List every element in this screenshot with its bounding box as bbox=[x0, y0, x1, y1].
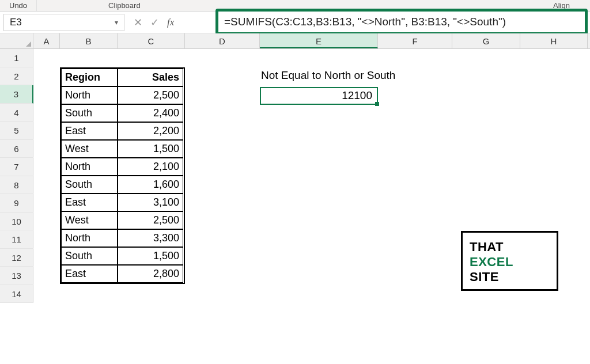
table-row: East3,100 bbox=[61, 194, 184, 211]
table-row: West2,500 bbox=[61, 211, 184, 229]
formula-bar-input[interactable] bbox=[224, 16, 579, 28]
column-headers: ABCDEFGH bbox=[0, 33, 590, 49]
col-header-f[interactable]: F bbox=[378, 33, 452, 48]
cells-area[interactable]: Region Sales North2,500South2,400East2,2… bbox=[33, 49, 590, 303]
cell-region: South bbox=[61, 176, 118, 194]
row-header-1[interactable]: 1 bbox=[0, 49, 33, 67]
row-header-2[interactable]: 2 bbox=[0, 67, 33, 86]
table-row: North3,300 bbox=[61, 229, 184, 247]
row-header-14[interactable]: 14 bbox=[0, 285, 33, 304]
cell-region: South bbox=[61, 104, 118, 122]
row-header-3[interactable]: 3 bbox=[0, 85, 33, 104]
table-row: West1,500 bbox=[61, 140, 184, 158]
cell-region: East bbox=[61, 265, 118, 283]
col-header-h[interactable]: H bbox=[520, 33, 588, 48]
col-header-c[interactable]: C bbox=[118, 33, 185, 48]
watermark-line1: THAT bbox=[470, 240, 550, 255]
workbook: Undo Clipboard Align E3 ▾ ✕ ✓ fx ABCDEFG… bbox=[0, 0, 590, 364]
watermark-logo: THAT EXCEL SITE bbox=[461, 231, 558, 291]
formula-bar-highlight bbox=[215, 9, 588, 35]
cell-region: North bbox=[61, 158, 118, 176]
cell-sales: 2,500 bbox=[118, 211, 183, 229]
chevron-down-icon[interactable]: ▾ bbox=[115, 18, 118, 26]
cell-sales: 1,600 bbox=[118, 176, 183, 194]
row-header-13[interactable]: 13 bbox=[0, 267, 33, 285]
col-header-d[interactable]: D bbox=[185, 33, 260, 48]
cell-region: North bbox=[61, 86, 118, 104]
data-table: Region Sales North2,500South2,400East2,2… bbox=[60, 67, 185, 284]
active-cell-value: 12100 bbox=[342, 89, 372, 102]
fx-icon[interactable]: fx bbox=[167, 17, 174, 28]
select-all-corner[interactable] bbox=[0, 33, 33, 48]
row-headers: 1234567891011121314 bbox=[0, 49, 33, 303]
header-sales: Sales bbox=[118, 69, 183, 86]
cell-sales: 2,800 bbox=[118, 265, 183, 283]
table-row: East2,800 bbox=[61, 265, 184, 283]
label-not-equal: Not Equal to North or South bbox=[261, 69, 395, 82]
cell-sales: 1,500 bbox=[118, 140, 183, 158]
cell-region: East bbox=[61, 122, 118, 140]
row-header-11[interactable]: 11 bbox=[0, 230, 33, 249]
cell-region: North bbox=[61, 229, 118, 247]
cell-sales: 2,100 bbox=[118, 158, 183, 176]
cell-region: South bbox=[61, 247, 118, 265]
table-row: North2,100 bbox=[61, 158, 184, 176]
cell-region: West bbox=[61, 211, 118, 229]
ribbon-clipboard-label: Clipboard bbox=[108, 0, 141, 12]
cell-sales: 1,500 bbox=[118, 247, 183, 265]
row-header-10[interactable]: 10 bbox=[0, 213, 33, 231]
row-header-8[interactable]: 8 bbox=[0, 176, 33, 195]
cell-sales: 2,400 bbox=[118, 104, 183, 122]
formula-bar-controls: ✕ ✓ fx bbox=[124, 16, 183, 29]
watermark-line2: EXCEL bbox=[470, 255, 550, 270]
table-row: South1,600 bbox=[61, 176, 184, 194]
col-header-b[interactable]: B bbox=[60, 33, 118, 48]
table-header-row: Region Sales bbox=[61, 69, 184, 86]
row-header-12[interactable]: 12 bbox=[0, 249, 33, 267]
table-row: South2,400 bbox=[61, 104, 184, 122]
header-region: Region bbox=[61, 69, 118, 86]
cell-region: East bbox=[61, 194, 118, 211]
row-header-6[interactable]: 6 bbox=[0, 140, 33, 158]
cell-sales: 3,300 bbox=[118, 229, 183, 247]
cell-sales: 2,500 bbox=[118, 86, 183, 104]
row-header-4[interactable]: 4 bbox=[0, 104, 33, 122]
grid-area: ABCDEFGH 1234567891011121314 Region Sale… bbox=[0, 33, 590, 364]
col-header-g[interactable]: G bbox=[452, 33, 520, 48]
name-box-value: E3 bbox=[10, 17, 22, 28]
cell-sales: 2,200 bbox=[118, 122, 183, 140]
row-header-7[interactable]: 7 bbox=[0, 158, 33, 176]
undo-button[interactable]: Undo bbox=[0, 0, 37, 11]
table-row: South1,500 bbox=[61, 247, 184, 265]
table-row: North2,500 bbox=[61, 86, 184, 104]
watermark-line3: SITE bbox=[470, 270, 550, 285]
cell-sales: 3,100 bbox=[118, 194, 183, 211]
confirm-icon[interactable]: ✓ bbox=[150, 16, 159, 29]
col-header-e[interactable]: E bbox=[260, 33, 378, 48]
cancel-icon[interactable]: ✕ bbox=[134, 16, 142, 29]
formula-bar-row: E3 ▾ ✕ ✓ fx bbox=[0, 12, 590, 33]
rows-area: 1234567891011121314 Region Sales North2,… bbox=[0, 49, 590, 303]
active-cell[interactable]: 12100 bbox=[260, 87, 378, 105]
col-header-a[interactable]: A bbox=[33, 33, 60, 48]
row-header-5[interactable]: 5 bbox=[0, 122, 33, 140]
table-row: East2,200 bbox=[61, 122, 184, 140]
row-header-9[interactable]: 9 bbox=[0, 194, 33, 213]
name-box[interactable]: E3 ▾ bbox=[3, 14, 124, 31]
cell-region: West bbox=[61, 140, 118, 158]
